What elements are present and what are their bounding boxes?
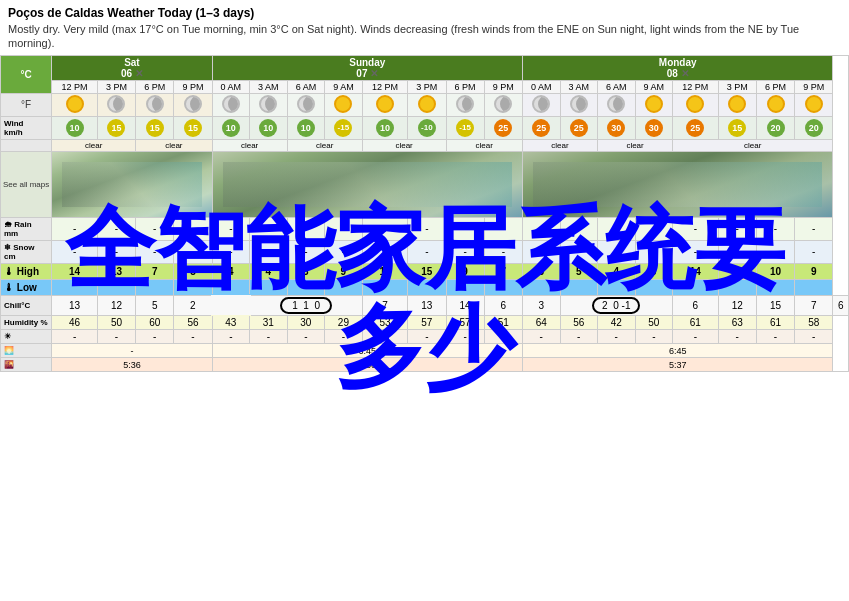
chill-label: Chill°C	[1, 295, 52, 315]
high-mon-6: 16	[718, 263, 756, 279]
icon-sun-4	[325, 93, 363, 116]
sat-header: Sat 06 ✕	[52, 55, 212, 80]
snow-row: ❄ Snowcm ---- ---- ---- ---- ----	[1, 240, 849, 263]
low-row: 🌡 Low	[1, 279, 849, 295]
high-mon-2: 5	[560, 263, 598, 279]
high-sat-4: 5	[174, 263, 212, 279]
high-mon-7: 10	[756, 263, 794, 279]
cond-sun-4: clear	[446, 139, 523, 151]
page-title: Poços de Caldas Weather Today (1–3 days)	[8, 6, 841, 20]
time-sun-5: 12 PM	[362, 80, 408, 93]
time-mon-8: 9 PM	[795, 80, 833, 93]
uv-label: ☀	[1, 330, 52, 344]
sunset-label: 🌇	[1, 358, 52, 372]
wind-mon-5: 25	[673, 116, 719, 139]
time-mon-7: 6 PM	[756, 80, 794, 93]
humid-sat-2: 50	[97, 315, 135, 330]
icon-row: °F	[1, 93, 849, 116]
high-row: 🌡 High 14 13 7 5 4 4 3 9 14 15 9 7 6 5 4…	[1, 263, 849, 279]
cond-mon-3: clear	[673, 139, 833, 151]
wind-sun-1: 10	[212, 116, 250, 139]
sun-expand-icon[interactable]: ✕	[370, 68, 378, 79]
humid-sun-8: 51	[484, 315, 522, 330]
cond-sun-2: clear	[287, 139, 362, 151]
mon-expand-icon[interactable]: ✕	[681, 68, 689, 79]
time-sat-3: 6 PM	[136, 80, 174, 93]
time-sun-2: 3 AM	[250, 80, 288, 93]
cond-mon-2: clear	[598, 139, 673, 151]
chill-sat-4: 2	[174, 295, 212, 315]
icon-mon-7	[756, 93, 794, 116]
high-label: 🌡 High	[1, 263, 52, 279]
header: Poços de Caldas Weather Today (1–3 days)…	[0, 0, 849, 55]
chill-sun-7: 14	[446, 295, 484, 315]
high-sun-5: 14	[362, 263, 408, 279]
chill-mon-6: 15	[756, 295, 794, 315]
icon-mon-2	[560, 93, 598, 116]
chill-mon-4: 6	[673, 295, 719, 315]
time-mon-4: 9 AM	[635, 80, 673, 93]
humid-sun-1: 43	[212, 315, 250, 330]
chill-sun-6: 13	[408, 295, 446, 315]
wind-sun-3: 10	[287, 116, 325, 139]
time-sun-4: 9 AM	[325, 80, 363, 93]
sat-expand-icon[interactable]: ✕	[135, 68, 143, 79]
see-all-maps[interactable]: See all maps	[1, 151, 52, 217]
icon-sun-6	[408, 93, 446, 116]
high-sun-4: 9	[325, 263, 363, 279]
condition-row: clear clear clear clear clear clear clea…	[1, 139, 849, 151]
time-mon-5: 12 PM	[673, 80, 719, 93]
high-sun-2: 4	[250, 263, 288, 279]
map-sat[interactable]	[52, 151, 212, 217]
icon-sun-7	[446, 93, 484, 116]
high-sun-1: 4	[212, 263, 250, 279]
wind-sat-1: 10	[52, 116, 98, 139]
cond-sun-1: clear	[212, 139, 287, 151]
humid-mon-2: 56	[560, 315, 598, 330]
wind-row: Windkm/h 10 15 15 15 10 10 10 -15 10 -10…	[1, 116, 849, 139]
sunset-row: 🌇 5:36 5:36 5:37	[1, 358, 849, 372]
humid-mon-5: 61	[673, 315, 719, 330]
sunset-sat: 5:36	[52, 358, 212, 372]
sun-header: Sunday 07 ✕	[212, 55, 522, 80]
high-sat-1: 14	[52, 263, 98, 279]
icon-mon-8	[795, 93, 833, 116]
time-header-row: 12 PM 3 PM 6 PM 9 PM 0 AM 3 AM 6 AM 9 AM…	[1, 80, 849, 93]
high-sun-6: 15	[408, 263, 446, 279]
icon-mon-1	[523, 93, 561, 116]
humid-sun-4: 29	[325, 315, 363, 330]
sunrise-sat: -	[52, 344, 212, 358]
humid-sun-3: 30	[287, 315, 325, 330]
humid-sat-1: 46	[52, 315, 98, 330]
rain-label: 🌧 Rainmm	[1, 217, 52, 240]
chill-sun-circled: 1 1 0	[250, 295, 363, 315]
time-mon-2: 3 AM	[560, 80, 598, 93]
high-mon-4: 9	[635, 263, 673, 279]
humid-mon-3: 42	[598, 315, 636, 330]
wind-mon-7: 20	[756, 116, 794, 139]
time-sun-3: 6 AM	[287, 80, 325, 93]
icon-mon-4	[635, 93, 673, 116]
map-mon[interactable]	[523, 151, 833, 217]
icon-sat-4	[174, 93, 212, 116]
cond-sat-1: clear	[52, 139, 136, 151]
wind-sun-5: 10	[362, 116, 408, 139]
humid-mon-4: 50	[635, 315, 673, 330]
high-sun-3: 3	[287, 263, 325, 279]
rain-row: 🌧 Rainmm ---- ---- ---- ---- ----	[1, 217, 849, 240]
icon-sat-2	[97, 93, 135, 116]
time-mon-6: 3 PM	[718, 80, 756, 93]
sunrise-sun: 6:45	[212, 344, 522, 358]
condition-label	[1, 139, 52, 151]
humid-sun-2: 31	[250, 315, 288, 330]
wind-sun-2: 10	[250, 116, 288, 139]
map-sun[interactable]	[212, 151, 522, 217]
fahrenheit-unit: °F	[1, 93, 52, 116]
wind-mon-1: 25	[523, 116, 561, 139]
wind-sun-4: -15	[325, 116, 363, 139]
time-sat-4: 9 PM	[174, 80, 212, 93]
weather-table: °C Sat 06 ✕ Sunday 07 ✕ Monday 08 ✕ 12 P…	[0, 55, 849, 373]
chill-mon-5: 12	[718, 295, 756, 315]
time-sat-2: 3 PM	[97, 80, 135, 93]
wind-mon-8: 20	[795, 116, 833, 139]
